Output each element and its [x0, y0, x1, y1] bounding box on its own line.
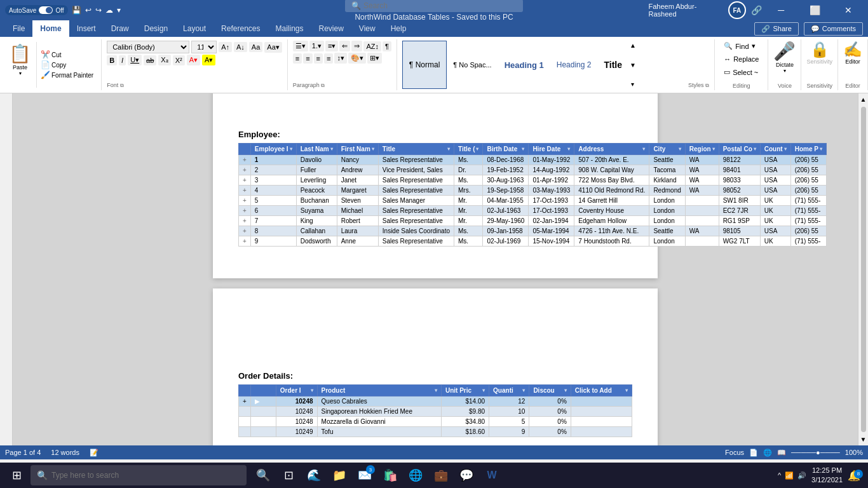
- borders-button[interactable]: ⊞▾: [367, 53, 382, 64]
- font-size-select[interactable]: 11: [191, 41, 217, 53]
- grow-font-button[interactable]: A↑: [219, 42, 232, 52]
- taskbar-search[interactable]: 🔍: [31, 465, 247, 485]
- taskbar-store[interactable]: 🛍️: [379, 463, 402, 488]
- start-button[interactable]: ⊞: [3, 463, 31, 488]
- sort-button[interactable]: AZ↕: [363, 41, 381, 51]
- style-nospace[interactable]: ¶ No Spac...: [447, 41, 498, 89]
- table-row[interactable]: 10248 Singaporean Hokkien Fried Mee $9.8…: [239, 407, 632, 417]
- focus-button[interactable]: Focus: [725, 449, 744, 456]
- highlight-button[interactable]: A▾: [202, 55, 215, 65]
- tab-home[interactable]: Home: [32, 20, 69, 37]
- replace-button[interactable]: ↔ Replace: [720, 54, 763, 64]
- taskbar-mail[interactable]: ✉️ 3: [353, 463, 376, 488]
- expand-cell[interactable]: [239, 417, 251, 427]
- expand-cell[interactable]: +: [239, 216, 251, 226]
- clock[interactable]: 12:25 PM 3/12/2021: [811, 466, 843, 485]
- table-row[interactable]: + 8 Callahan Laura Inside Sales Coordina…: [239, 226, 827, 236]
- scroll-down-button[interactable]: ▼: [858, 433, 868, 445]
- save-icon[interactable]: 💾: [72, 6, 81, 15]
- tab-layout[interactable]: Layout: [175, 20, 214, 37]
- tab-file[interactable]: File: [5, 20, 32, 37]
- expand-cell[interactable]: [239, 427, 251, 437]
- tab-references[interactable]: References: [214, 20, 268, 37]
- table-row[interactable]: + 4 Peacock Margaret Sales Representativ…: [239, 186, 827, 196]
- expand-cell[interactable]: +: [239, 206, 251, 216]
- styles-scroll-up[interactable]: ▲: [630, 42, 636, 49]
- table-row[interactable]: + 7 King Robert Sales Representative Mr.…: [239, 216, 827, 226]
- th-unit-price[interactable]: Unit Pric ▾: [441, 385, 489, 396]
- underline-button[interactable]: U▾: [128, 55, 142, 65]
- copy-button[interactable]: 📄Copy: [41, 60, 93, 69]
- paste-button[interactable]: 📋 Paste ▾: [4, 42, 37, 88]
- share-icon[interactable]: 🔗: [751, 5, 762, 15]
- proofing-icon[interactable]: 📝: [90, 449, 98, 457]
- vertical-scrollbar[interactable]: ▲ ▼: [858, 93, 868, 445]
- shading-button[interactable]: 🎨▾: [348, 53, 366, 64]
- th-order-id[interactable]: Order I ▾: [276, 385, 317, 396]
- undo-icon[interactable]: ↩: [85, 6, 92, 15]
- taskbar-search-input[interactable]: [51, 471, 240, 480]
- increase-indent-button[interactable]: ⇒: [351, 41, 362, 51]
- shrink-font-button[interactable]: A↓: [234, 42, 247, 52]
- clear-format-button[interactable]: Aa: [249, 42, 262, 52]
- tray-arrow[interactable]: ^: [778, 471, 781, 479]
- decrease-indent-button[interactable]: ⇐: [339, 41, 350, 51]
- table-row[interactable]: 10249 Tofu $18.60 9 0%: [239, 427, 632, 437]
- tab-draw[interactable]: Draw: [104, 20, 137, 37]
- line-spacing-button[interactable]: ↕▾: [334, 53, 347, 64]
- th-click-add[interactable]: Click to Add ▾: [571, 385, 632, 396]
- tab-mailings[interactable]: Mailings: [268, 20, 311, 37]
- zoom-level[interactable]: 100%: [845, 449, 863, 456]
- editor-button[interactable]: ✍ Editor: [843, 41, 862, 65]
- th-address[interactable]: Address ▾: [574, 144, 649, 155]
- bold-button[interactable]: B: [107, 55, 117, 65]
- numbering-button[interactable]: 1.▾: [309, 41, 324, 51]
- para-dialog-launcher[interactable]: ⧉: [321, 83, 325, 88]
- restore-button[interactable]: ⬜: [801, 0, 829, 20]
- dictate-button[interactable]: 🎤 Dictate ▾: [773, 41, 796, 74]
- expand-cell[interactable]: +: [239, 226, 251, 236]
- notification-center[interactable]: 🔔 8: [848, 470, 860, 482]
- taskbar-explorer[interactable]: 📁: [328, 463, 351, 488]
- share-button[interactable]: 🔗 Share: [754, 22, 798, 36]
- expand-cell[interactable]: +: [239, 196, 251, 206]
- sensitivity-button[interactable]: 🔒 Sensitivity: [806, 41, 832, 65]
- table-row[interactable]: + 3 Leverling Janet Sales Representative…: [239, 175, 827, 186]
- taskbar-files[interactable]: 💼: [430, 463, 452, 488]
- expand-cell[interactable]: +: [239, 175, 251, 186]
- cut-button[interactable]: ✂️Cut: [41, 50, 93, 59]
- table-row[interactable]: +▶ 10248 Queso Cabrales $14.00 12 0%: [239, 396, 632, 407]
- expand-cell[interactable]: +: [239, 186, 251, 196]
- styles-dialog-launcher[interactable]: ⧉: [705, 83, 709, 88]
- th-birth[interactable]: Birth Date ▾: [483, 144, 529, 155]
- font-dialog-launcher[interactable]: ⧉: [120, 83, 124, 88]
- th-hire[interactable]: Hire Date ▾: [529, 144, 574, 155]
- comments-button[interactable]: 💬 Comments: [804, 22, 863, 36]
- style-title[interactable]: Title: [597, 41, 628, 89]
- minimize-button[interactable]: ─: [767, 0, 796, 20]
- th-country[interactable]: Count ▾: [760, 144, 790, 155]
- th-phone[interactable]: Home P ▾: [790, 144, 826, 155]
- tab-insert[interactable]: Insert: [69, 20, 104, 37]
- strikethrough-button[interactable]: ab: [144, 55, 156, 65]
- expand-cell[interactable]: [239, 407, 251, 417]
- volume-icon[interactable]: 🔊: [797, 471, 806, 480]
- print-layout-icon[interactable]: 📄: [749, 449, 758, 457]
- taskbar-word[interactable]: W: [480, 463, 503, 488]
- th-title[interactable]: Title ▾: [378, 144, 454, 155]
- table-row[interactable]: + 2 Fuller Andrew Vice President, Sales …: [239, 165, 827, 175]
- justify-button[interactable]: ≡: [324, 53, 333, 64]
- close-button[interactable]: ✕: [834, 0, 863, 20]
- tab-help[interactable]: Help: [383, 20, 414, 37]
- bullets-button[interactable]: ☰▾: [293, 41, 308, 51]
- italic-button[interactable]: I: [119, 55, 126, 65]
- taskbar-edge[interactable]: 🌊: [302, 463, 325, 488]
- th-discount[interactable]: Discou ▾: [529, 385, 571, 396]
- th-quantity[interactable]: Quanti ▾: [489, 385, 529, 396]
- expand-cell[interactable]: +: [239, 396, 251, 407]
- th-product[interactable]: Product ▾: [317, 385, 441, 396]
- multilevel-list-button[interactable]: ≡▾: [325, 41, 338, 51]
- table-row[interactable]: + 6 Suyama Michael Sales Representative …: [239, 206, 827, 216]
- scroll-thumb[interactable]: [861, 107, 866, 432]
- scroll-up-button[interactable]: ▲: [858, 93, 868, 105]
